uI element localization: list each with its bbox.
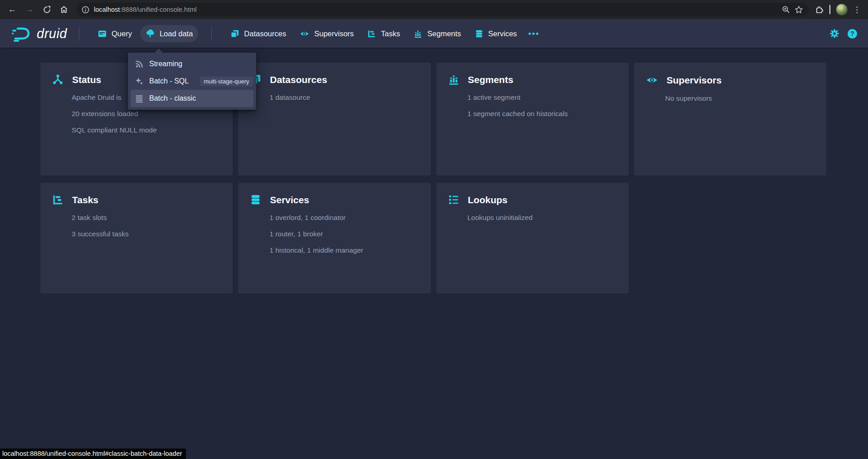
multi-stage-query-tag: multi-stage-query	[200, 77, 253, 86]
stacked-lines-icon	[135, 94, 143, 103]
druid-navbar: druid Query Load data Datasources Superv…	[0, 20, 868, 48]
more-menu-icon[interactable]: •••	[524, 25, 544, 43]
nav-item-label: Query	[112, 29, 132, 38]
card-line: 1 active segment	[468, 93, 617, 102]
nav-item-label: Supervisors	[314, 29, 354, 38]
kebab-menu-icon[interactable]: ⋮	[853, 5, 861, 15]
druid-logo-icon	[11, 25, 32, 42]
card-title: Services	[270, 195, 309, 205]
browser-toolbar: ← → localhost:8888/unified-console.html …	[0, 0, 868, 20]
info-icon[interactable]	[82, 6, 89, 14]
nav-item-supervisors[interactable]: Supervisors	[294, 25, 359, 43]
database-icon	[250, 194, 261, 205]
gantt-icon	[52, 194, 63, 205]
nav-item-label: Load data	[160, 29, 193, 38]
card-line: 1 segment cached on historicals	[468, 110, 617, 118]
segments-card[interactable]: Segments 1 active segment 1 segment cach…	[436, 63, 629, 176]
card-line: 20 extensions loaded	[72, 110, 221, 118]
card-title: Datasources	[270, 74, 327, 85]
menu-item-streaming[interactable]: Streaming	[131, 55, 254, 73]
gantt-icon	[367, 29, 376, 38]
eye-icon	[300, 29, 309, 39]
node-graph-icon	[52, 74, 63, 85]
menu-item-label: Batch - classic	[149, 94, 196, 103]
tasks-card[interactable]: Tasks 2 task slots 3 successful tasks	[40, 183, 233, 293]
feed-icon	[135, 60, 143, 68]
druid-logo[interactable]: druid	[11, 25, 67, 42]
supervisors-card[interactable]: Supervisors No supervisors	[634, 63, 826, 176]
bar-chart-icon	[448, 74, 459, 85]
card-line: SQL compliant NULL mode	[72, 126, 221, 134]
stacked-panels-icon	[230, 29, 239, 38]
extensions-puzzle-icon[interactable]	[815, 5, 824, 14]
nav-item-label: Tasks	[381, 29, 400, 38]
url-host: localhost	[94, 6, 120, 13]
menu-item-batch-classic[interactable]: Batch - classic	[131, 90, 254, 107]
eye-icon	[646, 74, 658, 86]
nav-item-label: Segments	[427, 29, 461, 38]
address-bar[interactable]: localhost:8888/unified-console.html	[76, 3, 809, 16]
navbar-right: ?	[829, 29, 857, 39]
card-line: 1 router, 1 broker	[269, 230, 419, 238]
help-icon[interactable]: ?	[848, 29, 857, 39]
profile-avatar[interactable]	[836, 4, 848, 15]
reload-icon[interactable]	[39, 2, 54, 17]
console-icon	[98, 29, 107, 38]
card-line: No supervisors	[665, 94, 814, 103]
browser-controls: ⋮	[815, 4, 863, 15]
card-title: Supervisors	[667, 75, 722, 86]
nav-item-label: Services	[488, 29, 517, 38]
menu-item-label: Streaming	[149, 60, 182, 68]
bookmark-star-icon[interactable]	[795, 5, 803, 14]
card-line: Lookups uninitialized	[468, 214, 617, 222]
card-line: 1 datasource	[269, 93, 419, 102]
card-line: 2 task slots	[72, 214, 221, 222]
card-title: Status	[72, 74, 101, 85]
card-title: Tasks	[72, 195, 98, 205]
forward-icon[interactable]: →	[22, 2, 37, 17]
nav-item-load-data[interactable]: Load data	[140, 25, 198, 42]
druid-logo-text: druid	[37, 26, 67, 41]
zoom-magnifier-icon[interactable]	[782, 5, 790, 14]
cloud-upload-icon	[146, 29, 155, 38]
lookups-card[interactable]: Lookups Lookups uninitialized	[436, 183, 629, 293]
toolbar-divider	[829, 5, 830, 14]
nav-item-services[interactable]: Services	[469, 25, 522, 42]
url-path: :8888/unified-console.html	[120, 6, 196, 13]
sparkles-icon	[135, 77, 143, 85]
card-line: 1 overlord, 1 coordinator	[269, 214, 419, 222]
nav-item-query[interactable]: Query	[93, 25, 137, 42]
database-icon	[475, 29, 483, 38]
nav-item-datasources[interactable]: Datasources	[225, 25, 292, 42]
nav-item-segments[interactable]: Segments	[408, 25, 466, 42]
navbar-divider	[79, 27, 79, 40]
card-title: Segments	[468, 74, 513, 85]
datasources-card[interactable]: Datasources 1 datasource	[238, 63, 430, 176]
gear-icon[interactable]	[829, 29, 839, 39]
url-text: localhost:8888/unified-console.html	[94, 6, 777, 13]
menu-item-label: Batch - SQL	[149, 77, 189, 85]
card-line: 3 successful tasks	[72, 230, 221, 238]
bullet-list-icon	[448, 194, 459, 205]
services-card[interactable]: Services 1 overlord, 1 coordinator 1 rou…	[238, 183, 430, 293]
bar-chart-icon	[414, 29, 422, 38]
card-line: 1 historical, 1 middle manager	[269, 246, 419, 254]
back-icon[interactable]: ←	[5, 2, 20, 17]
card-title: Lookups	[468, 195, 508, 205]
nav-item-label: Datasources	[244, 29, 286, 38]
navbar-divider	[211, 27, 212, 40]
menu-item-batch-sql[interactable]: Batch - SQL multi-stage-query	[131, 73, 254, 90]
nav-item-tasks[interactable]: Tasks	[362, 25, 405, 42]
load-data-menu: Streaming Batch - SQL multi-stage-query …	[128, 53, 256, 110]
home-icon[interactable]	[56, 2, 72, 17]
popover-arrow	[154, 49, 163, 53]
link-preview-statusbar: localhost:8888/unified-console.html#clas…	[0, 449, 186, 459]
